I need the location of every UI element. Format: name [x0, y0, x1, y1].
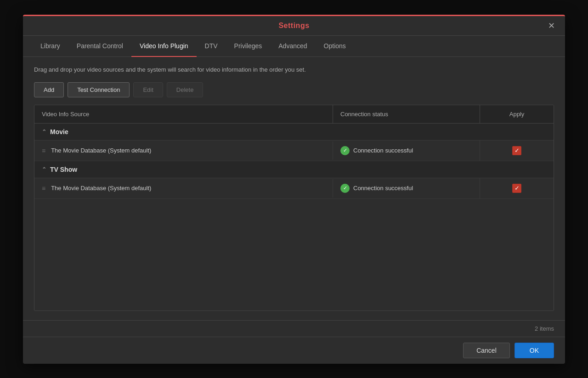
main-content: Drag and drop your video sources and the… [23, 57, 565, 320]
group-header-movie[interactable]: ⌃ Movie [34, 124, 554, 141]
chevron-icon: ⌃ [42, 129, 46, 135]
dialog-header: Settings ✕ [23, 16, 565, 36]
table-body: ⌃ Movie ≡ The Movie Database (System def… [34, 124, 554, 199]
tab-advanced[interactable]: Advanced [270, 36, 315, 57]
chevron-icon: ⌃ [42, 166, 46, 173]
col-apply-header: Apply [480, 105, 554, 123]
dialog-title: Settings [278, 22, 309, 30]
source-name: The Movie Database (System default) [51, 185, 151, 192]
col-status-header: Connection status [333, 105, 480, 123]
tab-options[interactable]: Options [316, 36, 354, 57]
drag-handle-icon[interactable]: ≡ [42, 147, 45, 154]
footer-bar: 2 items [23, 320, 565, 337]
delete-button[interactable]: Delete [167, 82, 204, 97]
status-text: Connection successful [353, 147, 413, 154]
settings-dialog: Settings ✕ LibraryParental ControlVideo … [23, 15, 565, 364]
tab-dtv[interactable]: DTV [197, 36, 226, 57]
toolbar: Add Test Connection Edit Delete [34, 82, 554, 97]
tab-bar: LibraryParental ControlVideo Info Plugin… [23, 36, 565, 57]
group-header-tv-show[interactable]: ⌃ TV Show [34, 161, 554, 178]
status-cell: ✓ Connection successful [333, 141, 480, 161]
status-cell: ✓ Connection successful [333, 178, 480, 198]
table-row: ≡ The Movie Database (System default) ✓ … [34, 141, 554, 161]
edit-button[interactable]: Edit [133, 82, 163, 97]
group-label: TV Show [50, 166, 77, 173]
add-button[interactable]: Add [34, 82, 64, 97]
status-ok-icon: ✓ [340, 184, 350, 193]
apply-cell: ✓ [480, 141, 554, 161]
drag-handle-icon[interactable]: ≡ [42, 185, 45, 192]
description-text: Drag and drop your video sources and the… [34, 66, 554, 73]
dialog-footer: Cancel OK [23, 337, 565, 364]
video-sources-table: Video Info Source Connection status Appl… [34, 105, 554, 311]
apply-checkbox[interactable]: ✓ [512, 146, 521, 155]
source-cell: ≡ The Movie Database (System default) [34, 179, 333, 197]
items-count: 2 items [535, 325, 554, 332]
test-connection-button[interactable]: Test Connection [68, 82, 130, 97]
close-button[interactable]: ✕ [545, 19, 558, 32]
apply-cell: ✓ [480, 178, 554, 198]
source-name: The Movie Database (System default) [51, 147, 151, 154]
tab-library[interactable]: Library [32, 36, 68, 57]
source-cell: ≡ The Movie Database (System default) [34, 141, 333, 160]
group-label: Movie [50, 128, 68, 135]
table-header: Video Info Source Connection status Appl… [34, 105, 554, 124]
col-source-header: Video Info Source [34, 105, 333, 123]
tab-privileges[interactable]: Privileges [226, 36, 271, 57]
tab-video-info-plugin[interactable]: Video Info Plugin [131, 36, 197, 57]
status-ok-icon: ✓ [340, 146, 350, 155]
status-text: Connection successful [353, 185, 413, 192]
tab-parental-control[interactable]: Parental Control [68, 36, 131, 57]
cancel-button[interactable]: Cancel [463, 343, 510, 358]
ok-button[interactable]: OK [514, 343, 554, 358]
apply-checkbox[interactable]: ✓ [512, 184, 521, 193]
table-row: ≡ The Movie Database (System default) ✓ … [34, 178, 554, 199]
